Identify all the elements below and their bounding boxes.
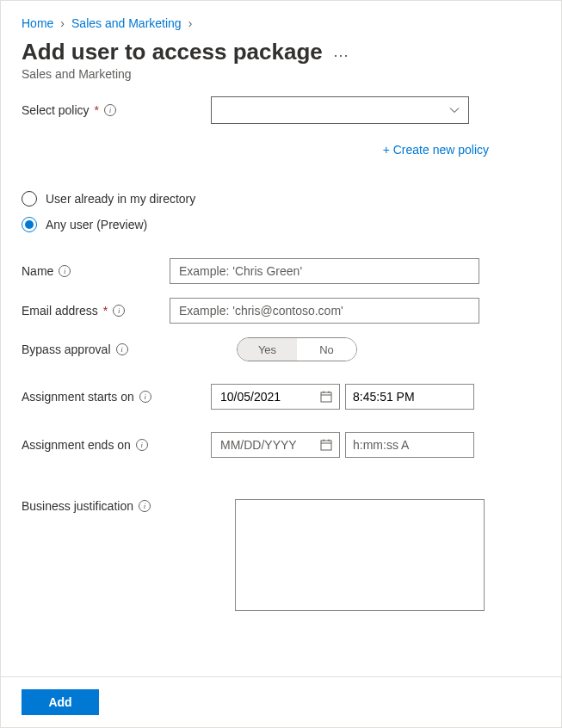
business-justification-label: Business justification [22,499,133,513]
assignment-starts-label: Assignment starts on [22,390,134,404]
start-date-input[interactable] [211,384,340,410]
bypass-approval-label: Bypass approval [22,342,111,356]
required-indicator: * [103,304,108,318]
radio-label: Any user (Preview) [46,218,147,231]
info-icon[interactable]: i [59,265,71,277]
calendar-icon [320,439,332,451]
info-icon[interactable]: i [113,305,125,317]
toggle-yes[interactable]: Yes [238,338,297,361]
info-icon[interactable]: i [104,104,116,116]
breadcrumb-home[interactable]: Home [22,16,53,30]
radio-icon [22,191,37,207]
breadcrumb-section[interactable]: Sales and Marketing [71,16,182,30]
select-policy-label: Select policy [22,103,90,117]
chevron-down-icon [449,105,460,115]
email-input[interactable] [170,298,479,324]
radio-label: User already in my directory [46,192,195,206]
end-date-field[interactable] [219,437,317,453]
start-time-input[interactable] [345,384,474,410]
calendar-icon [320,391,332,403]
end-date-input[interactable] [211,432,340,458]
toggle-no[interactable]: No [297,338,356,361]
info-icon[interactable]: i [139,500,151,512]
info-icon[interactable]: i [136,439,148,451]
radio-user-in-directory[interactable]: User already in my directory [22,191,540,207]
bypass-approval-toggle[interactable]: Yes No [237,337,357,361]
name-input[interactable] [170,258,479,284]
user-source-radio-group: User already in my directory Any user (P… [22,191,540,232]
chevron-right-icon: › [188,16,193,30]
chevron-right-icon: › [60,16,65,30]
page-title: Add user to access package [22,39,323,65]
add-button[interactable]: Add [22,689,99,715]
required-indicator: * [95,103,99,117]
footer: Add [1,676,561,727]
radio-any-user[interactable]: Any user (Preview) [22,217,540,232]
info-icon[interactable]: i [116,343,128,355]
info-icon[interactable]: i [139,391,151,403]
breadcrumb: Home › Sales and Marketing › [22,16,540,30]
create-new-policy-link[interactable]: + Create new policy [383,143,489,157]
business-justification-input[interactable] [235,499,485,611]
radio-icon [22,217,37,232]
email-label: Email address [22,304,98,318]
svg-rect-4 [321,441,331,450]
name-label: Name [22,264,53,278]
more-icon[interactable]: ⋯ [333,46,349,65]
start-date-field[interactable] [219,389,317,404]
assignment-ends-label: Assignment ends on [22,438,131,452]
select-policy-dropdown[interactable] [211,96,469,124]
page-subtitle: Sales and Marketing [22,67,540,81]
end-time-input[interactable] [345,432,474,458]
svg-rect-0 [321,392,331,402]
